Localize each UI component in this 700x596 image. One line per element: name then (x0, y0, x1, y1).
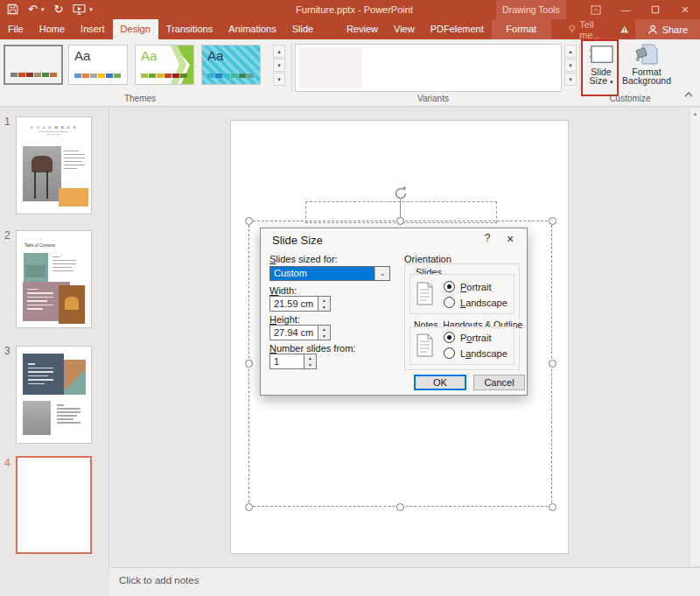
slide-3-number: 3 (4, 345, 15, 357)
redo-icon[interactable]: ↻ (53, 0, 63, 19)
selection-handle[interactable] (549, 217, 556, 225)
tab-slide-show[interactable]: Slide Show (284, 19, 339, 39)
notes-portrait-radio[interactable]: Portrait (444, 332, 491, 343)
minimize-button[interactable]: — (611, 0, 640, 19)
width-label: Width: (270, 285, 297, 296)
save-icon[interactable] (7, 4, 18, 17)
selection-handle[interactable] (396, 503, 404, 511)
share-button[interactable]: Share (635, 19, 700, 39)
variants-gallery[interactable] (295, 44, 562, 92)
variant-thumbnail[interactable] (299, 47, 362, 88)
cancel-button[interactable]: Cancel (473, 375, 525, 390)
radio-icon[interactable] (444, 332, 455, 343)
radio-icon[interactable] (444, 297, 455, 308)
number-slides-label: Number slides from: (270, 343, 355, 354)
variants-group-label: Variants (385, 94, 481, 103)
themes-gallery-scroll: ▴ ▾ ▾ (273, 45, 285, 86)
tab-home[interactable]: Home (32, 19, 73, 39)
slides-portrait-radio[interactable]: Portrait (444, 281, 491, 292)
variants-scroll-up-icon[interactable]: ▴ (564, 45, 577, 58)
slides-landscape-radio[interactable]: Landscape (444, 297, 508, 308)
undo-dropdown-icon[interactable]: ▾ (41, 0, 45, 19)
scroll-up-icon[interactable]: ▴ (690, 110, 700, 117)
start-presentation-icon[interactable] (73, 4, 86, 17)
tab-pdfelement[interactable]: PDFelement (423, 19, 492, 39)
customize-qat-icon[interactable]: ▾ (89, 0, 93, 19)
selection-handle[interactable] (245, 217, 253, 225)
undo-icon[interactable]: ↶ (28, 0, 38, 19)
notes-landscape-radio[interactable]: Landscape (444, 347, 508, 359)
ok-button[interactable]: OK (414, 375, 466, 390)
selection-handle[interactable] (245, 360, 253, 368)
width-value[interactable]: 21.59 cm (270, 296, 318, 312)
number-down-icon[interactable]: ▾ (304, 361, 316, 368)
rotate-handle-icon[interactable] (391, 184, 410, 203)
themes-scroll-up-icon[interactable]: ▴ (273, 45, 285, 58)
theme-basic[interactable]: Aa (68, 45, 128, 85)
slide-1-thumbnail[interactable]: C O L U M B U S (16, 116, 92, 214)
notes-pane[interactable]: Click to add notes (110, 567, 700, 596)
slide-thumbnail-panel: 1 C O L U M B U S 2 Table of Contents (0, 107, 109, 567)
dialog-close-button[interactable]: × (500, 232, 520, 246)
tab-design[interactable]: Design (113, 19, 158, 39)
themes-more-icon[interactable]: ▾ (273, 73, 285, 86)
slide-2-thumbnail[interactable]: Table of Contents (16, 230, 92, 328)
close-button[interactable]: ✕ (670, 0, 700, 19)
notes-landscape-label: Landscape (460, 348, 508, 359)
format-background-button[interactable]: Format Background (621, 44, 672, 86)
height-spinner[interactable]: 27.94 cm ▴▾ (270, 325, 331, 340)
tab-insert[interactable]: Insert (73, 19, 113, 39)
slide-3-thumbnail[interactable] (16, 346, 92, 444)
height-up-icon[interactable]: ▴ (318, 326, 330, 333)
window-controls: — ✕ (581, 0, 700, 19)
themes-scroll-down-icon[interactable]: ▾ (273, 59, 285, 72)
selection-handle[interactable] (549, 360, 556, 368)
radio-icon[interactable] (444, 347, 455, 359)
combo-chevron-icon[interactable]: ⌄ (374, 267, 389, 280)
theme-office[interactable] (4, 45, 63, 85)
number-up-icon[interactable]: ▴ (304, 354, 316, 361)
theme-aa-glyph: Aa (69, 46, 127, 63)
number-slides-value[interactable]: 1 (270, 354, 304, 369)
contextual-tools-label: Drawing Tools (496, 0, 566, 19)
theme-facet[interactable]: Aa (135, 45, 194, 85)
selection-handle[interactable] (396, 217, 404, 225)
tab-view[interactable]: View (386, 19, 423, 39)
slide-4-thumbnail[interactable] (16, 456, 92, 554)
theme-integral[interactable]: Aa (201, 45, 261, 85)
tab-animations[interactable]: Animations (220, 19, 284, 39)
tell-me-box[interactable]: Tell me... (564, 19, 635, 39)
restore-button[interactable] (640, 0, 670, 19)
tab-transitions[interactable]: Transitions (158, 19, 220, 39)
warning-icon[interactable] (620, 24, 629, 35)
quick-access-toolbar: ↶ ▾ ↻ ▾ (7, 0, 93, 19)
vertical-scrollbar[interactable]: ▴ (690, 109, 700, 565)
group-separator (291, 43, 292, 92)
variants-more-icon[interactable]: ▾ (564, 73, 577, 86)
variants-scroll-down-icon[interactable]: ▾ (564, 59, 577, 72)
width-spinner[interactable]: 21.59 cm ▴▾ (270, 296, 331, 312)
selection-handle[interactable] (245, 503, 253, 511)
width-down-icon[interactable]: ▾ (318, 304, 330, 311)
notes-pane-left-gutter (0, 567, 110, 596)
sized-for-label: Slides sized for: (270, 254, 338, 264)
theme-aa-glyph: Aa (136, 46, 193, 63)
dialog-help-button[interactable]: ? (478, 232, 497, 244)
selection-handle[interactable] (549, 503, 556, 511)
notes-orientation-box: Portrait Landscape (410, 326, 514, 365)
theme-aa-glyph: Aa (202, 46, 260, 63)
radio-icon[interactable] (444, 281, 455, 292)
ribbon-display-options-icon[interactable] (581, 0, 611, 19)
height-value[interactable]: 27.94 cm (270, 325, 318, 340)
height-down-icon[interactable]: ▾ (318, 333, 330, 340)
notes-portrait-label: Portrait (460, 333, 491, 343)
slide-1-title: C O L U M B U S (17, 125, 91, 130)
collapse-ribbon-icon[interactable] (684, 88, 693, 99)
tab-file[interactable]: File (0, 19, 32, 39)
tab-format[interactable]: Format (492, 19, 551, 39)
slides-sized-for-select[interactable]: Custom ⌄ (270, 266, 390, 281)
number-slides-spinner[interactable]: 1 ▴▾ (270, 354, 317, 369)
tab-review[interactable]: Review (339, 19, 386, 39)
theme-swatches (141, 69, 188, 80)
width-up-icon[interactable]: ▴ (318, 297, 330, 304)
